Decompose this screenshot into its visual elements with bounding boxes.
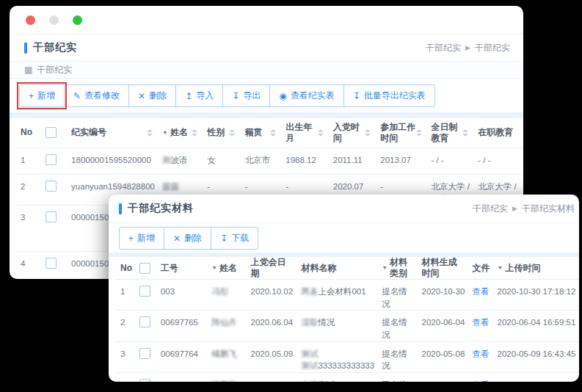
cell-material-name: 测试测试333333333333 — [297, 341, 377, 372]
cell-material-name: 两县上会材料001 — [297, 280, 377, 311]
view-link[interactable]: 查看 — [472, 380, 489, 382]
sort-asc-icon — [229, 129, 235, 132]
column-label: 材料生成时间 — [422, 257, 465, 279]
cell-text: 2020-05-08 — [422, 349, 465, 358]
sort-carets[interactable] — [365, 129, 373, 137]
delete-button[interactable]: ✕删除 — [128, 84, 176, 107]
sort-asc-icon — [365, 129, 371, 132]
column-header-name[interactable]: ▼姓名 — [158, 118, 203, 148]
sort-desc-icon — [318, 134, 324, 137]
view-link[interactable]: 查看 — [472, 318, 489, 327]
column-header-native-place[interactable]: 籍贯 — [240, 118, 281, 148]
view-record-table-button[interactable]: ◉查看纪实表 — [269, 84, 343, 107]
column-label: 工号 — [161, 263, 178, 274]
sort-desc-icon — [416, 134, 422, 137]
close-traffic-light[interactable] — [26, 15, 35, 25]
cell-no: 4 — [16, 251, 41, 279]
column-header-material-name: 材料名称 — [297, 257, 377, 280]
sort-asc-icon — [318, 129, 324, 132]
back-toolbar: +新增✎查看修改✕删除↥导入↧导出◉查看纪实表↧批量导出纪实表 — [10, 79, 523, 112]
maximize-traffic-light[interactable] — [73, 15, 82, 25]
column-header-party-join-date[interactable]: 入党时间 — [329, 118, 377, 148]
cell-material-name: 会议测试 — [297, 373, 377, 382]
delete-button[interactable]: ✕删除 — [164, 227, 211, 250]
breadcrumb-item[interactable]: 干部纪实 — [426, 42, 461, 54]
cell-text: 3 — [21, 213, 25, 222]
breadcrumb: 干部纪实 ▶ 干部纪实 — [426, 42, 510, 54]
add-button[interactable]: +新增 — [19, 84, 65, 107]
row-checkbox[interactable] — [46, 181, 57, 192]
row-checkbox[interactable] — [139, 379, 150, 382]
row-checkbox[interactable] — [46, 211, 57, 222]
column-header-fulltime-education[interactable]: 全日制教育 — [427, 118, 474, 148]
sort-desc-icon — [462, 134, 468, 137]
minimize-traffic-light[interactable] — [49, 15, 59, 25]
view-link[interactable]: 查看 — [472, 349, 489, 358]
cell-text: 2020.06.04 — [251, 318, 294, 327]
cell-file: 查看 — [468, 373, 492, 382]
view-link[interactable]: 查看 — [472, 287, 489, 296]
column-header-gender[interactable]: 性别 — [203, 118, 240, 148]
row-checkbox[interactable] — [139, 348, 150, 359]
cell-birth-date: 1988.12 — [281, 148, 329, 174]
cell-text: 2020-10-30 — [422, 287, 465, 296]
breadcrumb-arrow-icon: ▶ — [512, 205, 517, 212]
view-edit-button[interactable]: ✎查看修改 — [64, 84, 129, 107]
cell-material-generated-date: 2020-06-04 — [418, 311, 468, 341]
button-label: 新增 — [137, 232, 155, 244]
download-icon: ↧ — [353, 92, 360, 101]
cell-text: 00697765 — [161, 318, 198, 327]
export-icon: ↧ — [232, 92, 239, 101]
sort-carets[interactable] — [462, 129, 470, 137]
filter-icon: ▼ — [162, 129, 168, 136]
column-header-onjob-education: 在职教育 — [473, 118, 523, 148]
add-button[interactable]: +新增 — [119, 227, 164, 250]
cell-no: 4 — [116, 373, 135, 382]
column-header-select-all[interactable] — [135, 257, 156, 280]
sort-carets[interactable] — [416, 129, 424, 137]
export-button[interactable]: ↧导出 — [222, 84, 270, 107]
row-checkbox[interactable] — [46, 154, 57, 165]
redacted-text: 测试 — [301, 361, 318, 370]
row-checkbox[interactable] — [139, 286, 150, 297]
header-checkbox[interactable] — [139, 263, 150, 274]
column-header-work-start-date[interactable]: 参加工作时间 — [376, 118, 426, 148]
row-checkbox[interactable] — [139, 316, 150, 327]
cell-text: 民主推荐情况 — [382, 380, 407, 382]
front-toolbar: +新增✕删除↧下载 — [109, 223, 579, 253]
row-checkbox[interactable] — [46, 258, 57, 269]
download-button[interactable]: ↧下载 — [211, 227, 258, 250]
column-header-no: No — [116, 257, 135, 280]
cell-text: 003 — [161, 287, 175, 296]
redacted-text: 圆圆 — [162, 182, 179, 191]
sort-carets[interactable] — [147, 129, 155, 137]
redacted-text: 冯彤 — [211, 287, 228, 296]
column-header-file: 文件 — [468, 257, 492, 280]
cell-party-meeting-date: 2020.03.03 — [247, 373, 297, 382]
table-row: 118000001595520000测波语女北京市1988.122011.112… — [16, 148, 523, 174]
sort-carets[interactable] — [229, 129, 237, 137]
cell-text: 3 — [120, 349, 125, 358]
cell-material-category: 提名情况 — [377, 341, 417, 372]
eye-icon: ◉ — [279, 92, 286, 101]
cell-text: 333333333333 — [318, 361, 374, 370]
breadcrumb-item[interactable]: 干部纪实 — [473, 203, 508, 215]
batch-export-record-table-button[interactable]: ↧批量导出纪实表 — [343, 84, 435, 107]
cell-onjob-education: - / - — [473, 148, 523, 174]
breadcrumb: 干部纪实 ▶ 干部纪实材料 — [473, 203, 575, 215]
column-label: 姓名 — [219, 263, 237, 274]
cell-text: 00697764 — [161, 349, 198, 358]
sort-carets[interactable] — [192, 129, 200, 137]
import-button[interactable]: ↥导入 — [175, 84, 223, 107]
cell-upload-time: 2020-05-09 16:43:45 — [493, 341, 580, 372]
cell-material-category: 民主推荐情况 — [377, 373, 417, 382]
cell-select-all — [41, 174, 67, 205]
sort-carets[interactable] — [318, 129, 326, 137]
column-header-select-all[interactable] — [41, 118, 67, 148]
sort-carets[interactable] — [270, 129, 278, 137]
column-header-birth-date[interactable]: 出生年月 — [281, 118, 329, 148]
header-checkbox[interactable] — [46, 127, 57, 138]
delete-icon: ✕ — [138, 92, 145, 101]
cell-material-generated-date: 2020-03-04 — [418, 373, 468, 382]
column-header-record-id[interactable]: 纪实编号 — [67, 118, 158, 148]
